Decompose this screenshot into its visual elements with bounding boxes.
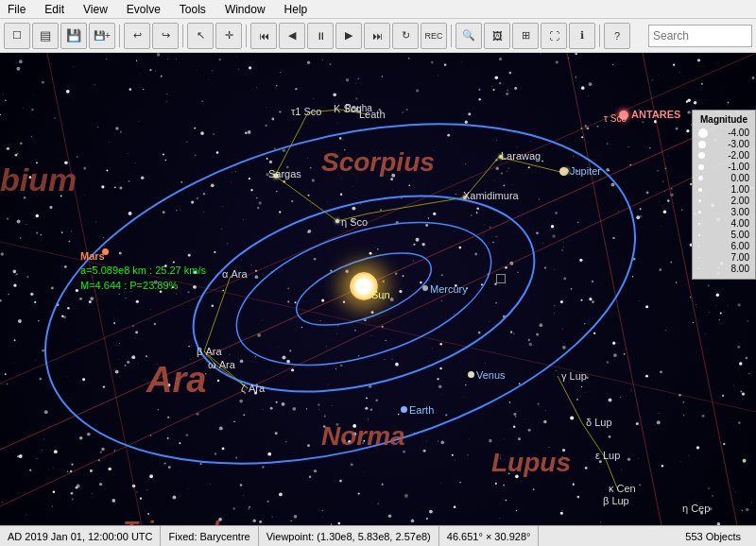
legend-row-5: 5.00 <box>698 230 749 240</box>
time-start-button[interactable]: ⏮ <box>250 23 277 49</box>
jupiter-object[interactable] <box>559 167 568 176</box>
menu-window[interactable]: Window <box>221 3 269 16</box>
image-button[interactable]: 🖼 <box>484 23 510 49</box>
antares-object[interactable] <box>619 111 628 120</box>
time-pause-button[interactable]: ⏸ <box>307 23 334 49</box>
time-fwd-button[interactable]: ⏭ <box>364 23 390 49</box>
time-rec-button[interactable]: REC <box>421 23 447 49</box>
legend-star-neg1 <box>698 164 704 170</box>
legend-row-4: 4.00 <box>698 218 749 229</box>
grid-button[interactable]: ⊞ <box>512 23 539 49</box>
scope-button[interactable]: ⛶ <box>541 23 567 49</box>
main-view[interactable]: Scorpius Ara Norma Lupus Triangulum bium… <box>0 53 756 525</box>
legend-row-neg3: -3.00 <box>698 139 749 149</box>
time-back-button[interactable]: ◀ <box>279 23 305 49</box>
legend-star-0 <box>698 176 703 180</box>
menu-tools[interactable]: Tools <box>176 3 210 16</box>
zoom-button[interactable]: 🔍 <box>455 23 482 49</box>
star-field <box>0 53 756 525</box>
magnitude-title: Magnitude <box>698 114 749 125</box>
legend-label-7: 7.00 <box>731 252 749 263</box>
time-play-button[interactable]: ▶ <box>335 23 362 49</box>
legend-label-neg4: -4.00 <box>728 128 749 138</box>
legend-label-2: 2.00 <box>731 196 749 206</box>
venus-object[interactable] <box>468 371 474 378</box>
menu-edit[interactable]: Edit <box>41 3 68 16</box>
status-viewpoint-label: Fixed: Barycentre <box>161 526 258 546</box>
sun-object[interactable] <box>350 272 378 300</box>
legend-row-7: 7.00 <box>698 252 749 263</box>
sep1 <box>119 25 120 47</box>
mars-object[interactable] <box>102 248 109 255</box>
legend-row-neg2: -2.00 <box>698 150 749 161</box>
search-input[interactable] <box>648 25 752 47</box>
legend-star-6 <box>698 246 699 247</box>
status-coordinates: Viewpoint: (1.30e8, 5.83e8, 2.57e8) <box>259 526 439 546</box>
menu-evolve[interactable]: Evolve <box>123 3 164 16</box>
legend-label-neg1: -1.00 <box>728 162 749 172</box>
time-loop-button[interactable]: ↻ <box>392 23 419 49</box>
info-button[interactable]: ℹ <box>569 23 595 49</box>
legend-row-2: 2.00 <box>698 196 749 206</box>
status-objects: 553 Objects <box>678 526 748 546</box>
sep5 <box>599 25 600 47</box>
legend-row-3: 3.00 <box>698 207 749 217</box>
menu-file[interactable]: File <box>4 3 29 16</box>
menubar: File Edit View Evolve Tools Window Help <box>0 0 756 19</box>
redo-button[interactable]: ↪ <box>152 23 179 49</box>
legend-star-2 <box>698 199 701 202</box>
legend-row-neg4: -4.00 <box>698 128 749 138</box>
legend-star-neg3 <box>698 141 706 148</box>
help-button[interactable]: ? <box>604 23 630 49</box>
toolbar: ☐ ▤ 💾 💾+ ↩ ↪ ↖ ✛ ⏮ ◀ ⏸ ▶ ⏭ ↻ REC 🔍 🖼 ⊞ ⛶… <box>0 19 756 53</box>
legend-row-0: 0.00 <box>698 173 749 183</box>
legend-label-0: 0.00 <box>731 173 749 183</box>
menu-help[interactable]: Help <box>281 3 312 16</box>
legend-label-neg2: -2.00 <box>728 150 749 161</box>
menu-view[interactable]: View <box>79 3 112 16</box>
sep3 <box>246 25 247 47</box>
legend-star-3 <box>698 211 701 213</box>
save-button[interactable]: 💾 <box>60 23 87 49</box>
sep2 <box>182 25 183 47</box>
mercury-object[interactable] <box>422 285 428 291</box>
crosshair-button[interactable]: ✛ <box>215 23 242 49</box>
legend-row-1: 1.00 <box>698 184 749 195</box>
legend-star-1 <box>698 188 702 192</box>
legend-label-8: 8.00 <box>731 264 749 274</box>
legend-star-4 <box>698 223 700 225</box>
select-button[interactable]: ↖ <box>187 23 214 49</box>
legend-row-neg1: -1.00 <box>698 162 749 172</box>
legend-star-neg4 <box>698 128 708 138</box>
statusbar: AD 2019 Jan 01, 12:00:00 UTC Fixed: Bary… <box>0 525 756 546</box>
earth-object[interactable] <box>401 406 407 413</box>
selection-box <box>496 274 506 283</box>
legend-label-neg3: -3.00 <box>728 139 749 149</box>
legend-row-6: 6.00 <box>698 241 749 251</box>
status-position: 46.651° × 30.928° <box>439 526 540 546</box>
legend-star-7 <box>698 257 699 258</box>
open-button[interactable]: ▤ <box>32 23 59 49</box>
legend-star-8 <box>698 268 699 269</box>
legend-label-3: 3.00 <box>731 207 749 217</box>
new-button[interactable]: ☐ <box>4 23 30 49</box>
legend-row-8: 8.00 <box>698 264 749 274</box>
legend-label-6: 6.00 <box>731 241 749 251</box>
undo-button[interactable]: ↩ <box>124 23 150 49</box>
legend-label-5: 5.00 <box>731 230 749 240</box>
sep4 <box>451 25 452 47</box>
status-datetime: AD 2019 Jan 01, 12:00:00 UTC <box>8 526 161 546</box>
legend-label-1: 1.00 <box>731 184 749 195</box>
legend-star-5 <box>698 234 700 236</box>
legend-label-4: 4.00 <box>731 218 749 229</box>
legend-star-neg2 <box>698 152 705 159</box>
magnitude-legend: Magnitude -4.00 -3.00 -2.00 -1.00 0.00 1… <box>692 110 756 280</box>
saveas-button[interactable]: 💾+ <box>89 23 115 49</box>
